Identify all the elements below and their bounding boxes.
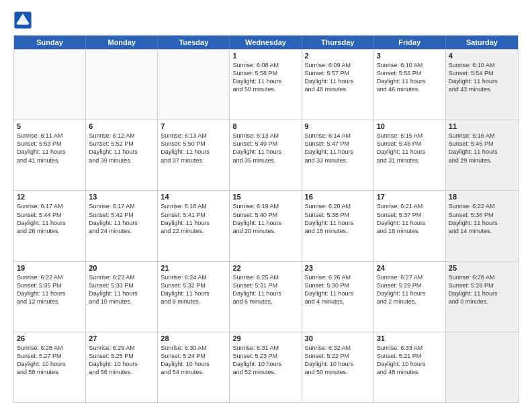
weekday-header-tuesday: Tuesday bbox=[158, 36, 230, 49]
day-info: Sunrise: 6:27 AM Sunset: 5:29 PM Dayligh… bbox=[377, 273, 443, 306]
calendar-cell: 24Sunrise: 6:27 AM Sunset: 5:29 PM Dayli… bbox=[374, 262, 446, 332]
calendar: SundayMondayTuesdayWednesdayThursdayFrid… bbox=[13, 35, 519, 403]
day-info: Sunrise: 6:29 AM Sunset: 5:25 PM Dayligh… bbox=[89, 344, 154, 377]
day-info: Sunrise: 6:28 AM Sunset: 5:27 PM Dayligh… bbox=[17, 344, 83, 377]
day-info: Sunrise: 6:28 AM Sunset: 5:28 PM Dayligh… bbox=[449, 273, 515, 306]
day-number: 4 bbox=[449, 52, 515, 60]
calendar-cell: 12Sunrise: 6:17 AM Sunset: 5:44 PM Dayli… bbox=[14, 191, 86, 261]
weekday-header-thursday: Thursday bbox=[302, 36, 374, 49]
logo bbox=[13, 11, 35, 30]
calendar-cell: 31Sunrise: 6:33 AM Sunset: 5:21 PM Dayli… bbox=[374, 332, 446, 402]
day-number: 3 bbox=[377, 52, 443, 60]
day-number: 29 bbox=[232, 334, 298, 342]
day-number: 9 bbox=[305, 122, 371, 130]
day-info: Sunrise: 6:17 AM Sunset: 5:42 PM Dayligh… bbox=[89, 202, 154, 235]
calendar-cell: 10Sunrise: 6:15 AM Sunset: 5:46 PM Dayli… bbox=[374, 120, 446, 190]
day-info: Sunrise: 6:19 AM Sunset: 5:40 PM Dayligh… bbox=[232, 202, 298, 235]
day-info: Sunrise: 6:12 AM Sunset: 5:52 PM Dayligh… bbox=[89, 132, 154, 165]
calendar-cell bbox=[14, 50, 86, 120]
weekday-header-wednesday: Wednesday bbox=[230, 36, 302, 49]
calendar-cell: 18Sunrise: 6:22 AM Sunset: 5:36 PM Dayli… bbox=[446, 191, 518, 261]
calendar-cell: 15Sunrise: 6:19 AM Sunset: 5:40 PM Dayli… bbox=[230, 191, 302, 261]
day-number: 12 bbox=[17, 193, 83, 201]
calendar-cell: 3Sunrise: 6:10 AM Sunset: 5:56 PM Daylig… bbox=[374, 50, 446, 120]
day-info: Sunrise: 6:18 AM Sunset: 5:41 PM Dayligh… bbox=[161, 202, 226, 235]
day-number: 24 bbox=[377, 264, 443, 272]
day-info: Sunrise: 6:15 AM Sunset: 5:46 PM Dayligh… bbox=[377, 132, 443, 165]
weekday-header-friday: Friday bbox=[374, 36, 446, 49]
day-info: Sunrise: 6:17 AM Sunset: 5:44 PM Dayligh… bbox=[17, 202, 83, 235]
day-info: Sunrise: 6:25 AM Sunset: 5:31 PM Dayligh… bbox=[232, 273, 298, 306]
day-info: Sunrise: 6:33 AM Sunset: 5:21 PM Dayligh… bbox=[377, 344, 443, 377]
day-info: Sunrise: 6:13 AM Sunset: 5:49 PM Dayligh… bbox=[232, 132, 298, 165]
calendar-cell: 5Sunrise: 6:11 AM Sunset: 5:53 PM Daylig… bbox=[14, 120, 86, 190]
calendar-cell: 4Sunrise: 6:10 AM Sunset: 5:54 PM Daylig… bbox=[446, 50, 518, 120]
svg-rect-2 bbox=[17, 22, 29, 25]
day-info: Sunrise: 6:09 AM Sunset: 5:57 PM Dayligh… bbox=[305, 61, 371, 94]
day-info: Sunrise: 6:22 AM Sunset: 5:35 PM Dayligh… bbox=[17, 273, 83, 306]
calendar-cell bbox=[86, 50, 158, 120]
day-number: 18 bbox=[449, 193, 515, 201]
calendar-cell: 25Sunrise: 6:28 AM Sunset: 5:28 PM Dayli… bbox=[446, 262, 518, 332]
calendar-cell: 13Sunrise: 6:17 AM Sunset: 5:42 PM Dayli… bbox=[86, 191, 158, 261]
day-number: 28 bbox=[161, 334, 226, 342]
logo-icon bbox=[13, 11, 32, 30]
day-number: 25 bbox=[449, 264, 515, 272]
day-info: Sunrise: 6:22 AM Sunset: 5:36 PM Dayligh… bbox=[449, 202, 515, 235]
calendar-body: 1Sunrise: 6:08 AM Sunset: 5:58 PM Daylig… bbox=[14, 49, 518, 402]
calendar-cell: 6Sunrise: 6:12 AM Sunset: 5:52 PM Daylig… bbox=[86, 120, 158, 190]
calendar-cell: 1Sunrise: 6:08 AM Sunset: 5:58 PM Daylig… bbox=[230, 50, 302, 120]
page: SundayMondayTuesdayWednesdayThursdayFrid… bbox=[0, 0, 532, 411]
day-number: 2 bbox=[305, 52, 371, 60]
calendar-cell: 11Sunrise: 6:16 AM Sunset: 5:45 PM Dayli… bbox=[446, 120, 518, 190]
day-info: Sunrise: 6:14 AM Sunset: 5:47 PM Dayligh… bbox=[305, 132, 371, 165]
day-info: Sunrise: 6:13 AM Sunset: 5:50 PM Dayligh… bbox=[161, 132, 226, 165]
calendar-row-1: 1Sunrise: 6:08 AM Sunset: 5:58 PM Daylig… bbox=[14, 49, 518, 120]
calendar-cell: 23Sunrise: 6:26 AM Sunset: 5:30 PM Dayli… bbox=[302, 262, 374, 332]
day-number: 26 bbox=[17, 334, 83, 342]
day-number: 27 bbox=[89, 334, 154, 342]
day-info: Sunrise: 6:10 AM Sunset: 5:54 PM Dayligh… bbox=[449, 61, 515, 94]
day-info: Sunrise: 6:16 AM Sunset: 5:45 PM Dayligh… bbox=[449, 132, 515, 165]
day-number: 14 bbox=[161, 193, 226, 201]
calendar-cell: 17Sunrise: 6:21 AM Sunset: 5:37 PM Dayli… bbox=[374, 191, 446, 261]
calendar-cell: 21Sunrise: 6:24 AM Sunset: 5:32 PM Dayli… bbox=[158, 262, 230, 332]
day-number: 17 bbox=[377, 193, 443, 201]
calendar-cell: 26Sunrise: 6:28 AM Sunset: 5:27 PM Dayli… bbox=[14, 332, 86, 402]
day-number: 23 bbox=[305, 264, 371, 272]
day-number: 16 bbox=[305, 193, 371, 201]
day-info: Sunrise: 6:21 AM Sunset: 5:37 PM Dayligh… bbox=[377, 202, 443, 235]
day-number: 7 bbox=[161, 122, 226, 130]
day-info: Sunrise: 6:11 AM Sunset: 5:53 PM Dayligh… bbox=[17, 132, 83, 165]
day-number: 21 bbox=[161, 264, 226, 272]
calendar-cell: 30Sunrise: 6:32 AM Sunset: 5:22 PM Dayli… bbox=[302, 332, 374, 402]
calendar-cell: 19Sunrise: 6:22 AM Sunset: 5:35 PM Dayli… bbox=[14, 262, 86, 332]
weekday-header-sunday: Sunday bbox=[14, 36, 86, 49]
day-info: Sunrise: 6:10 AM Sunset: 5:56 PM Dayligh… bbox=[377, 61, 443, 94]
calendar-cell: 7Sunrise: 6:13 AM Sunset: 5:50 PM Daylig… bbox=[158, 120, 230, 190]
calendar-cell bbox=[158, 50, 230, 120]
day-info: Sunrise: 6:23 AM Sunset: 5:33 PM Dayligh… bbox=[89, 273, 154, 306]
day-number: 10 bbox=[377, 122, 443, 130]
header bbox=[13, 11, 519, 30]
day-number: 8 bbox=[232, 122, 298, 130]
calendar-row-5: 26Sunrise: 6:28 AM Sunset: 5:27 PM Dayli… bbox=[14, 332, 518, 402]
weekday-header-monday: Monday bbox=[86, 36, 158, 49]
calendar-row-3: 12Sunrise: 6:17 AM Sunset: 5:44 PM Dayli… bbox=[14, 190, 518, 261]
calendar-cell: 27Sunrise: 6:29 AM Sunset: 5:25 PM Dayli… bbox=[86, 332, 158, 402]
day-info: Sunrise: 6:08 AM Sunset: 5:58 PM Dayligh… bbox=[232, 61, 298, 94]
calendar-cell: 9Sunrise: 6:14 AM Sunset: 5:47 PM Daylig… bbox=[302, 120, 374, 190]
calendar-cell: 20Sunrise: 6:23 AM Sunset: 5:33 PM Dayli… bbox=[86, 262, 158, 332]
day-info: Sunrise: 6:31 AM Sunset: 5:23 PM Dayligh… bbox=[232, 344, 298, 377]
day-info: Sunrise: 6:20 AM Sunset: 5:38 PM Dayligh… bbox=[305, 202, 371, 235]
day-info: Sunrise: 6:24 AM Sunset: 5:32 PM Dayligh… bbox=[161, 273, 226, 306]
day-number: 20 bbox=[89, 264, 154, 272]
day-info: Sunrise: 6:26 AM Sunset: 5:30 PM Dayligh… bbox=[305, 273, 371, 306]
calendar-row-2: 5Sunrise: 6:11 AM Sunset: 5:53 PM Daylig… bbox=[14, 120, 518, 190]
calendar-header: SundayMondayTuesdayWednesdayThursdayFrid… bbox=[14, 36, 518, 49]
day-number: 11 bbox=[449, 122, 515, 130]
day-number: 15 bbox=[232, 193, 298, 201]
day-number: 30 bbox=[305, 334, 371, 342]
weekday-header-saturday: Saturday bbox=[446, 36, 518, 49]
day-number: 22 bbox=[232, 264, 298, 272]
